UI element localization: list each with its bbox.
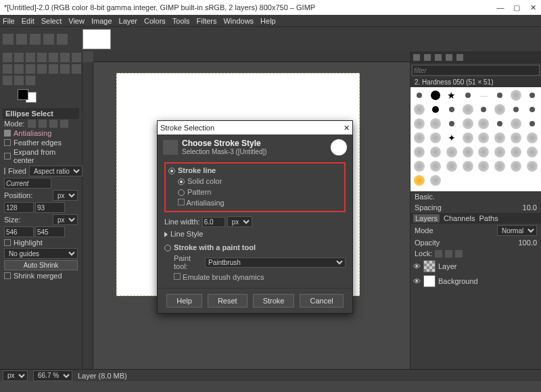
brush-item[interactable] bbox=[444, 117, 460, 130]
tool-button[interactable] bbox=[26, 76, 35, 85]
brush-item[interactable] bbox=[492, 103, 508, 116]
tab-icon[interactable] bbox=[424, 54, 431, 61]
brush-item[interactable] bbox=[460, 103, 475, 116]
menu-filters[interactable]: Filters bbox=[197, 17, 217, 25]
auto-shrink-button[interactable]: Auto Shrink bbox=[4, 260, 78, 270]
brush-item[interactable] bbox=[509, 117, 524, 130]
solid-color-radio[interactable] bbox=[178, 178, 185, 185]
line-width-unit-select[interactable]: px bbox=[227, 216, 252, 227]
tool-button[interactable] bbox=[72, 53, 81, 62]
antialias-checkbox[interactable] bbox=[178, 199, 185, 205]
tool-icon[interactable] bbox=[57, 34, 68, 45]
brush-item[interactable] bbox=[412, 117, 427, 130]
brush-item[interactable] bbox=[509, 145, 524, 159]
mode-icon[interactable] bbox=[39, 120, 47, 128]
menu-view[interactable]: View bbox=[68, 17, 85, 25]
brush-item[interactable] bbox=[444, 103, 460, 116]
brush-item[interactable] bbox=[412, 174, 427, 187]
brush-item[interactable] bbox=[492, 145, 508, 159]
dialog-close-icon[interactable]: ✕ bbox=[344, 124, 350, 132]
aspect-select[interactable]: Aspect ratio bbox=[29, 166, 83, 176]
tool-button[interactable] bbox=[3, 76, 12, 85]
brush-item[interactable] bbox=[428, 160, 444, 173]
tool-button[interactable] bbox=[3, 64, 12, 74]
tool-button[interactable] bbox=[3, 53, 12, 62]
brush-item[interactable]: — bbox=[476, 89, 492, 102]
menu-image[interactable]: Image bbox=[91, 17, 112, 25]
mode-icon[interactable] bbox=[60, 120, 68, 128]
brush-item[interactable] bbox=[444, 145, 460, 159]
menu-file[interactable]: File bbox=[3, 17, 15, 25]
menu-tools[interactable]: Tools bbox=[172, 17, 190, 25]
brush-item[interactable] bbox=[509, 103, 524, 116]
unit-select[interactable]: px bbox=[3, 370, 28, 381]
paint-tool-select[interactable]: Paintbrush bbox=[205, 258, 346, 268]
zoom-select[interactable]: 66.7 % bbox=[33, 370, 72, 381]
tab-icon[interactable] bbox=[446, 54, 452, 61]
brush-item[interactable] bbox=[476, 103, 492, 116]
brush-item[interactable] bbox=[428, 117, 444, 130]
stroke-paint-radio[interactable] bbox=[164, 245, 171, 251]
tool-button[interactable] bbox=[60, 53, 70, 62]
minimize-icon[interactable]: — bbox=[496, 3, 504, 12]
help-button[interactable]: Help bbox=[166, 294, 202, 308]
tool-icon[interactable] bbox=[16, 34, 27, 45]
brush-item[interactable] bbox=[492, 89, 508, 102]
brush-item[interactable] bbox=[428, 174, 444, 187]
maximize-icon[interactable]: ▢ bbox=[513, 3, 521, 12]
tool-icon[interactable] bbox=[30, 34, 41, 45]
brush-item[interactable] bbox=[509, 131, 524, 145]
brush-item[interactable] bbox=[412, 145, 427, 159]
tab-icon[interactable] bbox=[413, 54, 420, 61]
eye-icon[interactable]: 👁 bbox=[413, 277, 421, 285]
brush-item[interactable] bbox=[476, 160, 492, 173]
tool-button[interactable] bbox=[37, 64, 47, 74]
pos-unit-select[interactable]: px bbox=[53, 190, 78, 201]
layer-row[interactable]: 👁 Background bbox=[410, 274, 541, 289]
feather-checkbox[interactable] bbox=[4, 139, 11, 146]
brush-item[interactable] bbox=[428, 131, 444, 145]
tool-button[interactable] bbox=[14, 76, 24, 85]
brush-item[interactable] bbox=[476, 145, 492, 159]
brush-item[interactable] bbox=[460, 131, 475, 145]
tool-button[interactable] bbox=[26, 64, 35, 74]
current-field[interactable] bbox=[4, 178, 51, 189]
tool-button[interactable] bbox=[49, 64, 58, 74]
tab-paths[interactable]: Paths bbox=[479, 214, 498, 222]
line-width-input[interactable] bbox=[202, 217, 225, 227]
shrink-merged-checkbox[interactable] bbox=[4, 272, 11, 279]
tab-layers[interactable]: Layers bbox=[413, 214, 440, 222]
brush-item[interactable] bbox=[412, 131, 427, 145]
menu-edit[interactable]: Edit bbox=[22, 17, 34, 25]
brush-item[interactable]: ★ bbox=[444, 89, 460, 102]
brush-item[interactable] bbox=[444, 160, 460, 173]
brush-item[interactable] bbox=[412, 89, 427, 102]
tool-button[interactable] bbox=[72, 64, 81, 74]
lock-icon[interactable] bbox=[455, 250, 463, 258]
mode-icon[interactable] bbox=[28, 120, 36, 128]
brush-item[interactable] bbox=[460, 89, 475, 102]
size-w-input[interactable] bbox=[4, 226, 34, 237]
opacity-value[interactable]: 100.0 bbox=[518, 239, 537, 247]
mode-icon[interactable] bbox=[49, 120, 57, 128]
brush-item[interactable] bbox=[509, 160, 524, 173]
brush-item[interactable] bbox=[476, 131, 492, 145]
tool-button[interactable] bbox=[37, 53, 47, 62]
emulate-checkbox[interactable] bbox=[174, 273, 181, 280]
brush-item[interactable] bbox=[428, 145, 444, 159]
size-unit-select[interactable]: px bbox=[53, 214, 78, 225]
menu-windows[interactable]: Windows bbox=[223, 17, 254, 25]
brush-item[interactable] bbox=[509, 89, 524, 102]
brush-item[interactable]: ✦ bbox=[444, 131, 460, 145]
stroke-button[interactable]: Stroke bbox=[253, 294, 295, 308]
size-h-input[interactable] bbox=[35, 226, 65, 237]
image-thumbnail[interactable] bbox=[83, 29, 111, 49]
antialiasing-checkbox[interactable] bbox=[4, 130, 11, 137]
cancel-button[interactable]: Cancel bbox=[300, 294, 343, 308]
expand-icon[interactable] bbox=[164, 232, 168, 237]
fg-color[interactable] bbox=[18, 89, 28, 100]
brush-item[interactable] bbox=[524, 117, 540, 130]
brush-item[interactable] bbox=[428, 89, 444, 102]
menu-select[interactable]: Select bbox=[41, 17, 62, 25]
brush-item[interactable] bbox=[492, 117, 508, 130]
